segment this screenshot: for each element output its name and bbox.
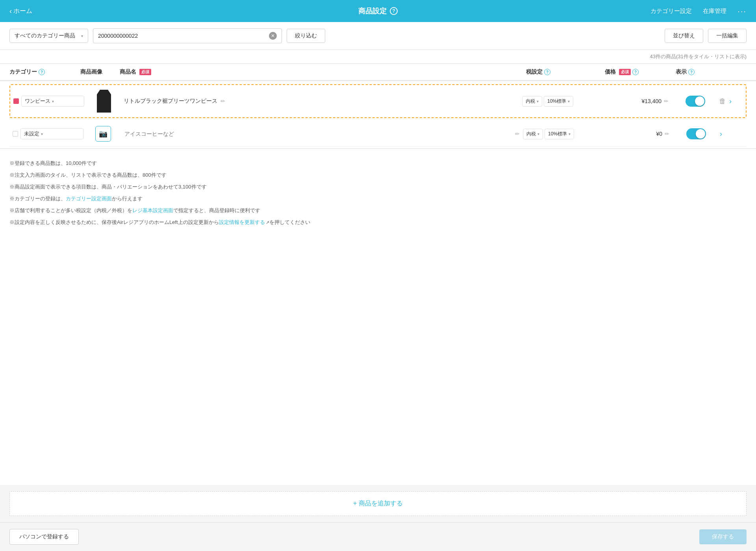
page-title-group: 商品設定 ? [358, 6, 398, 16]
category-settings-page-link[interactable]: カテゴリー設定画面 [66, 196, 112, 202]
back-button[interactable]: ‹ ホーム [9, 7, 32, 15]
product-image-1[interactable] [97, 90, 111, 113]
price-help-icon[interactable]: ? [632, 69, 639, 75]
image-cell-2: 📷 [83, 126, 123, 142]
note-6-post: を押してください [269, 219, 310, 225]
note-3: ※商品設定画面で表示できる項目数は、商品・バリエーションをあわせて3,100件で… [9, 182, 747, 192]
notes-section: ※登録できる商品数は、10,000件です ※注文入力画面のタイル、リストで表示で… [0, 148, 756, 239]
price-cell-2: ¥0 ✏ [602, 131, 673, 137]
note-5: ※店舗で利用することが多い税設定（内税／外税）をレジ基本設定画面で指定すると、商… [9, 205, 747, 216]
col-header-name: 商品名 必須 [120, 68, 526, 76]
product-name-edit-icon-2[interactable]: ✏ [515, 131, 520, 137]
toggle-cell-2 [673, 128, 720, 139]
product-name-edit-icon-1[interactable]: ✏ [220, 98, 225, 104]
delete-button-1[interactable]: 🗑 [719, 97, 726, 105]
camera-icon-2: 📷 [99, 129, 107, 138]
category-select[interactable]: すべてのカテゴリー商品 ▾ [9, 29, 88, 43]
register-on-pc-button[interactable]: パソコンで登録する [9, 529, 79, 545]
price-value-2: ¥0 [656, 131, 662, 137]
col-header-image: 商品画像 [80, 68, 120, 76]
table-content: ワンピース ▾ リトルブラック裾プリーツワンピース ✏ 内税 ▾ [0, 84, 756, 147]
category-cell-2: 未設定 ▾ [13, 128, 83, 139]
category-dropdown-2[interactable]: 未設定 ▾ [20, 128, 83, 139]
product-name-input-2[interactable] [123, 129, 512, 139]
tax-rate-value-2: 10%標準 [548, 131, 567, 137]
save-button[interactable]: 保存する [699, 529, 747, 544]
tax-rate-dropdown-2[interactable]: 10%標準 ▾ [545, 129, 574, 139]
visibility-toggle-1[interactable] [686, 96, 705, 107]
tax-rate-arrow-2: ▾ [569, 132, 571, 136]
image-cell-1 [84, 90, 124, 113]
tax-type-arrow-2: ▾ [537, 132, 539, 136]
clear-search-button[interactable]: ✕ [269, 32, 277, 40]
display-help-icon[interactable]: ? [688, 69, 695, 75]
category-dropdown-arrow: ▾ [81, 34, 83, 38]
product-name-cell-2: ✏ [123, 129, 523, 139]
tax-rate-value-1: 10%標準 [547, 98, 566, 105]
table-header: カテゴリー ? 商品画像 商品名 必須 税設定 ? 価格 必須 ? 表示 ? [0, 64, 756, 81]
tax-rate-dropdown-1[interactable]: 10%標準 ▾ [544, 96, 573, 107]
name-required-badge: 必須 [139, 69, 151, 75]
category-settings-link[interactable]: カテゴリー設定 [650, 7, 692, 15]
camera-button-2[interactable]: 📷 [95, 126, 111, 142]
category-select-label: すべてのカテゴリー商品 [15, 32, 75, 39]
tax-cell-2: 内税 ▾ 10%標準 ▾ [523, 129, 602, 139]
category-color-empty-2 [13, 131, 18, 137]
more-menu-button[interactable]: ··· [737, 7, 747, 16]
toggle-thumb-1 [695, 96, 704, 106]
category-value-2: 未設定 [24, 130, 39, 137]
tax-rate-arrow-1: ▾ [568, 99, 570, 104]
col-header-tax: 税設定 ? [526, 68, 605, 76]
col-header-display: 表示 ? [676, 68, 723, 76]
actions-cell-2: › [720, 130, 743, 138]
toggle-cell-1 [672, 96, 719, 107]
footer: パソコンで登録する 保存する [0, 522, 756, 551]
price-value-1: ¥13,400 [641, 98, 662, 104]
tax-type-dropdown-2[interactable]: 内税 ▾ [523, 129, 543, 139]
price-required-badge: 必須 [619, 69, 631, 75]
main-content: カテゴリー ? 商品画像 商品名 必須 税設定 ? 価格 必須 ? 表示 ? [0, 64, 756, 485]
tax-type-dropdown-1[interactable]: 内税 ▾ [522, 96, 542, 107]
note-4-post: から行えます [112, 196, 143, 202]
back-arrow-icon: ‹ [9, 7, 12, 15]
tax-cell-1: 内税 ▾ 10%標準 ▾ [522, 96, 601, 107]
actions-cell-1: 🗑 › [719, 97, 743, 105]
product-count: 43件の商品(31件をタイル・リストに表示) [0, 50, 756, 64]
register-settings-link[interactable]: レジ基本設定画面 [132, 207, 173, 213]
count-label: 43件の商品(31件をタイル・リストに表示) [650, 54, 747, 59]
inventory-link[interactable]: 在庫管理 [703, 7, 726, 15]
note-1: ※登録できる商品数は、10,000件です [9, 158, 747, 168]
tax-help-icon[interactable]: ? [544, 69, 550, 75]
sort-button[interactable]: 並び替え [665, 29, 703, 43]
price-edit-icon-2[interactable]: ✏ [665, 131, 669, 137]
category-help-icon[interactable]: ? [39, 69, 45, 75]
product-name-cell-1: リトルブラック裾プリーツワンピース ✏ [124, 98, 522, 105]
category-dropdown-arrow-1: ▾ [52, 99, 54, 104]
add-product-label: + 商品を追加する [353, 499, 403, 508]
note-6: ※設定内容を正しく反映させるために、保存後AirレジアプリのホームLeft上の設… [9, 217, 747, 227]
category-value-1: ワンピース [25, 98, 50, 105]
search-input-wrap: ✕ [93, 28, 282, 43]
note-5-pre: ※店舗で利用することが多い税設定（内税／外税）を [9, 207, 132, 213]
price-edit-icon-1[interactable]: ✏ [664, 98, 669, 104]
title-help-icon[interactable]: ? [390, 7, 398, 15]
page-title: 商品設定 [358, 6, 387, 16]
back-label: ホーム [13, 7, 32, 15]
detail-arrow-2[interactable]: › [720, 130, 722, 138]
category-dropdown-1[interactable]: ワンピース ▾ [21, 96, 84, 107]
product-name-text-1: リトルブラック裾プリーツワンピース [124, 98, 217, 105]
svg-marker-0 [97, 90, 111, 113]
visibility-toggle-2[interactable] [686, 128, 706, 139]
bulk-edit-button[interactable]: 一括編集 [708, 29, 747, 43]
tax-type-arrow-1: ▾ [537, 99, 539, 104]
search-input[interactable] [98, 33, 269, 39]
note-5-post: で指定すると、商品登録時に便利です [173, 207, 260, 213]
detail-arrow-1[interactable]: › [729, 97, 732, 105]
note-4: ※カテゴリーの登録は、カテゴリー設定画面から行えます [9, 194, 747, 204]
toggle-thumb-2 [696, 129, 705, 139]
filter-button[interactable]: 絞り込む [287, 29, 325, 43]
product-row-highlighted: ワンピース ▾ リトルブラック裾プリーツワンピース ✏ 内税 ▾ [9, 84, 747, 118]
external-link-icon: ↗ [266, 218, 269, 227]
update-settings-link[interactable]: 設定情報を更新する [219, 219, 265, 225]
add-product-section[interactable]: + 商品を追加する [9, 491, 747, 516]
